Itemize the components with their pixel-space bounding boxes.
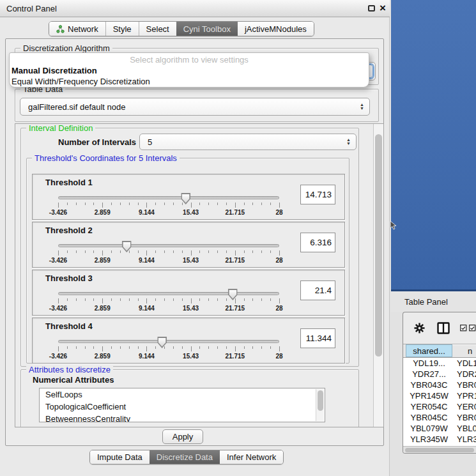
- table-row[interactable]: YDL19...YDL1: [403, 358, 476, 369]
- table-row[interactable]: YBR045CYBR0: [403, 412, 476, 423]
- tick-mark: [67, 250, 68, 253]
- threshold-slider[interactable]: -3.4262.8599.14415.4321.71528: [58, 336, 279, 363]
- apply-button[interactable]: Apply: [162, 429, 203, 444]
- table-panel-titlebar[interactable]: Table Panel: [391, 291, 476, 312]
- list-item[interactable]: BetweennessCentrality: [40, 413, 325, 422]
- number-of-intervals-combobox[interactable]: 5 ▲▼: [139, 134, 357, 150]
- tick-mark: [58, 346, 59, 351]
- threshold-value-field[interactable]: 6.316: [300, 233, 335, 252]
- tick-label: 28: [275, 353, 282, 360]
- bottom-tab-bar: Impute DataDiscretize DataInfer Network: [89, 450, 284, 464]
- numerical-attributes-list[interactable]: SelfLoopsTopologicalCoefficientBetweenne…: [39, 388, 325, 422]
- table-row[interactable]: YER054CYER0: [403, 401, 476, 412]
- threshold-label: Threshold 4: [45, 321, 93, 331]
- tick-label: 9.144: [139, 257, 155, 264]
- tick-mark: [93, 203, 94, 205]
- slider-track[interactable]: [58, 196, 279, 199]
- tick-mark: [155, 298, 156, 301]
- tab-jactivemnodules[interactable]: jActiveMNodules: [238, 22, 314, 36]
- tick-mark: [164, 250, 165, 253]
- threshold-label: Threshold 3: [45, 273, 93, 283]
- dropdown-option-equal-width[interactable]: Equal Width/Frequency Discretization: [10, 76, 369, 87]
- threshold-slider[interactable]: -3.4262.8599.14415.4321.71528: [58, 192, 279, 219]
- scrollbar-thumb[interactable]: [318, 390, 323, 411]
- tick-mark: [261, 250, 262, 253]
- list-scrollbar[interactable]: [316, 389, 324, 421]
- slider-scale-labels: -3.4262.8599.14415.4321.71528: [58, 209, 279, 217]
- table-data-combobox[interactable]: galFiltered.sif default node ▲▼: [20, 98, 370, 116]
- tick-mark: [252, 346, 253, 349]
- threshold-value-field[interactable]: 14.713: [300, 185, 335, 204]
- column-header-name[interactable]: n: [452, 344, 476, 357]
- scrollbar-thumb[interactable]: [405, 448, 474, 452]
- control-panel-titlebar: Control Panel ×: [0, 0, 390, 17]
- split-view-icon[interactable]: [437, 322, 450, 334]
- tick-mark: [235, 250, 236, 256]
- tick-mark: [182, 250, 183, 253]
- threshold-value-field[interactable]: 11.344: [300, 328, 335, 348]
- attributes-group: Attributes to discretize Numerical Attri…: [20, 369, 359, 427]
- settings-vertical-scrollbar[interactable]: [373, 124, 383, 427]
- column-header-shared[interactable]: shared...: [406, 344, 452, 357]
- stepper-icon[interactable]: ▲▼: [359, 103, 365, 111]
- tick-mark: [155, 250, 156, 253]
- close-icon[interactable]: ×: [380, 1, 386, 15]
- slider-track[interactable]: [58, 340, 279, 343]
- threshold-slider[interactable]: -3.4262.8599.14415.4321.71528: [58, 288, 279, 315]
- tab-discretize-data[interactable]: Discretize Data: [150, 450, 220, 464]
- table-row[interactable]: YLR345WYLR3: [403, 434, 476, 445]
- table-row[interactable]: YBR043CYBR0: [403, 380, 476, 390]
- table-horizontal-scrollbar[interactable]: [403, 446, 476, 453]
- tick-label: -3.426: [49, 257, 67, 264]
- tab-select[interactable]: Select: [139, 22, 176, 36]
- tab-impute-data[interactable]: Impute Data: [90, 450, 150, 464]
- tab-cyni-toolbox[interactable]: Cyni Toolbox: [176, 22, 238, 36]
- control-panel: Control Panel × NetworkStyleSelectCyni T…: [0, 0, 390, 476]
- tick-mark: [226, 250, 227, 253]
- list-item[interactable]: SelfLoops: [40, 388, 325, 401]
- slider-track[interactable]: [58, 244, 279, 247]
- stepper-icon[interactable]: ▲▼: [346, 138, 351, 146]
- tick-mark: [76, 250, 77, 253]
- tab-label: Style: [113, 24, 132, 34]
- tick-mark: [235, 346, 236, 351]
- top-tab-bar: NetworkStyleSelectCyni ToolboxjActiveMNo…: [49, 21, 314, 36]
- dropdown-option-manual[interactable]: Manual Discretization: [10, 65, 369, 76]
- table-cell-name: YPR1: [457, 390, 476, 401]
- tick-mark: [270, 203, 271, 205]
- mouse-cursor: [390, 220, 397, 231]
- table-cell-shared: YBL079W: [406, 423, 452, 434]
- tick-mark: [164, 298, 165, 301]
- tab-style[interactable]: Style: [105, 22, 139, 36]
- tick-mark: [76, 203, 77, 205]
- tick-label: 2.859: [95, 353, 111, 360]
- table-row[interactable]: YBL079WYBL0: [403, 423, 476, 434]
- tab-infer-network[interactable]: Infer Network: [220, 450, 283, 464]
- select-columns-checkboxes-icon[interactable]: [460, 325, 476, 332]
- threshold-label: Threshold 2: [45, 226, 93, 235]
- tick-mark: [102, 203, 103, 208]
- tick-label: 9.144: [139, 305, 155, 312]
- tick-mark: [120, 250, 121, 253]
- tab-label: Select: [146, 24, 169, 34]
- interval-definition-label: Interval Definition: [26, 123, 95, 133]
- table-cell-name: YBR0: [457, 412, 476, 423]
- tick-mark: [102, 346, 103, 351]
- tick-mark: [93, 346, 94, 349]
- tick-mark: [120, 298, 121, 301]
- tick-label: 21.715: [226, 209, 245, 216]
- threshold-slider[interactable]: -3.4262.8599.14415.4321.71528: [58, 240, 279, 267]
- table-cell-name: YBR0: [457, 380, 476, 390]
- tick-mark: [67, 298, 68, 301]
- table-row[interactable]: YPR145WYPR1: [403, 390, 476, 401]
- tab-network[interactable]: Network: [49, 22, 105, 36]
- tick-label: 21.715: [226, 257, 245, 264]
- scrollbar-thumb[interactable]: [375, 134, 382, 357]
- list-item[interactable]: TopologicalCoefficient: [40, 401, 325, 413]
- float-window-icon[interactable]: [368, 5, 375, 12]
- slider-track[interactable]: [58, 292, 279, 295]
- table-row[interactable]: YDR27...YDR2: [403, 369, 476, 380]
- table-cell-name: YBL0: [457, 423, 476, 434]
- threshold-value-field[interactable]: 21.4: [300, 280, 335, 300]
- settings-gear-icon[interactable]: [413, 322, 426, 334]
